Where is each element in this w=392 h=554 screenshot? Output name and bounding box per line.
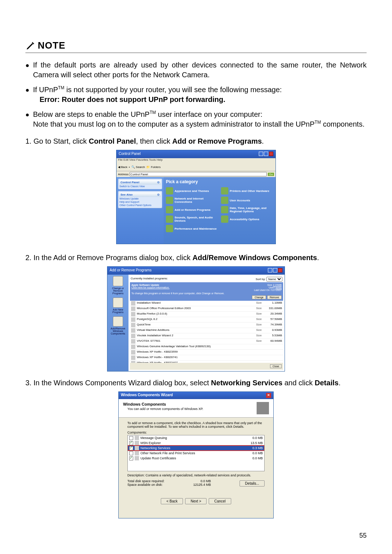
component-item[interactable]: Update Root Certificates0.0 MB xyxy=(128,456,264,461)
checkbox[interactable] xyxy=(129,446,133,450)
pick-category-title: Pick a category xyxy=(166,179,273,184)
component-item[interactable]: Message Queuing0.0 MB xyxy=(128,435,264,440)
toolbar: ◀ Back ▪ 🔍 Search 📁 Folders xyxy=(117,163,275,171)
sortby-select[interactable]: Name xyxy=(266,277,282,282)
category-appearance[interactable]: Appearance and Themes xyxy=(166,187,218,194)
category-sounds[interactable]: Sounds, Speech, and Audio Devices xyxy=(166,216,218,223)
arp-program-list[interactable]: Installation WizardSize1.10MBMicrosoft O… xyxy=(130,301,283,363)
arp-side-windows-components[interactable]: Add/Remove Windows Components xyxy=(108,316,128,335)
category-printers[interactable]: Printers and Other Hardware xyxy=(221,187,273,194)
category-icon xyxy=(166,206,173,213)
address-bar: Address Go xyxy=(117,171,275,177)
note-bullet-2: If UPnPTM is not supported by your route… xyxy=(25,85,367,104)
category-icon xyxy=(166,187,173,194)
arp-main: Currently installed programs: Sort by: N… xyxy=(128,275,285,371)
list-item[interactable]: Vivotek Installation Wizard 2Size5.53MB xyxy=(130,333,283,339)
list-item[interactable]: Virtual Machine AdditionsSize0.93MB xyxy=(130,328,283,333)
component-icon xyxy=(135,446,139,450)
currently-installed-label: Currently installed programs: xyxy=(131,277,168,282)
list-item[interactable]: Microsoft Office Professional Edition 20… xyxy=(130,306,283,312)
note-bullet-3: Below are steps to enable the UPnPTM use… xyxy=(25,110,367,129)
category-icon xyxy=(166,225,173,232)
cancel-button[interactable]: Cancel xyxy=(209,498,231,504)
window-titlebar: Add or Remove Programs xyxy=(107,267,285,275)
arp-side-change-remove[interactable]: Change or Remove Programs xyxy=(108,276,128,295)
details-button[interactable]: Details... xyxy=(240,480,265,487)
checkbox[interactable] xyxy=(129,451,133,455)
minimize-icon[interactable] xyxy=(259,152,263,156)
pencil-icon xyxy=(25,41,36,51)
support-link[interactable]: Click here for support information. xyxy=(131,286,170,289)
component-description: Description: Contains a variety of speci… xyxy=(127,473,265,477)
close-icon[interactable] xyxy=(278,268,282,272)
category-users[interactable]: User Accounts xyxy=(221,197,273,204)
list-item[interactable]: Installation WizardSize1.10MB xyxy=(130,301,283,306)
program-icon xyxy=(131,317,135,322)
close-icon[interactable] xyxy=(269,152,273,156)
change-remove-icon xyxy=(113,276,123,286)
list-item[interactable]: Windows XP Hotfix - KB828741 xyxy=(130,355,283,361)
program-icon xyxy=(131,328,135,333)
program-icon xyxy=(131,334,135,338)
list-item[interactable]: VIVOTEK ST7501Size60.94MB xyxy=(130,339,283,344)
minimize-icon[interactable] xyxy=(268,268,272,272)
category-add-remove[interactable]: Add or Remove Programs xyxy=(166,206,218,213)
arp-selected-program[interactable]: Apple Software UpdateSize 2.15MB Click h… xyxy=(130,282,283,301)
wizard-footer: < Back Next > Cancel xyxy=(119,494,273,509)
wizard-header-subtitle: You can add or remove components of Wind… xyxy=(123,407,257,411)
component-item[interactable]: MSN Explorer13.5 MB xyxy=(128,440,264,446)
sidebar-switch-view[interactable]: Switch to Classic View xyxy=(119,185,161,188)
list-item[interactable]: QuickTimeSize74.39MB xyxy=(130,323,283,328)
back-button[interactable]: ◀ Back xyxy=(118,165,127,169)
note-label: NOTE xyxy=(38,40,65,51)
component-item[interactable]: Networking Services0.3 MB xyxy=(128,446,264,451)
sidebar-item[interactable]: Help and Support xyxy=(119,200,161,204)
menu-bar[interactable]: File Edit View Favorites Tools Help xyxy=(117,158,275,163)
category-accessibility[interactable]: Accessibility Options xyxy=(221,216,273,223)
close-button[interactable]: Close xyxy=(270,364,282,368)
close-icon[interactable]: ✕ xyxy=(266,393,271,398)
note-bullet-1: If the default ports are already used by… xyxy=(25,60,367,80)
category-performance[interactable]: Performance and Maintenance xyxy=(166,225,218,232)
change-button[interactable]: Change xyxy=(252,295,266,299)
windows-components-wizard: Windows Components Wizard ✕ Windows Comp… xyxy=(118,391,274,518)
category-date-time[interactable]: Date, Time, Language, and Regional Optio… xyxy=(221,206,273,213)
checkbox[interactable] xyxy=(129,441,133,445)
list-item[interactable]: PostgreSQL 8.2Size57.50MB xyxy=(130,317,283,323)
note-header: NOTE xyxy=(25,40,367,53)
window-title: Windows Components Wizard xyxy=(121,393,173,398)
window-titlebar: Windows Components Wizard ✕ xyxy=(119,392,273,399)
list-item[interactable]: Windows Genuine Advantage Validation Too… xyxy=(130,344,283,350)
maximize-icon[interactable] xyxy=(264,152,268,156)
checkbox[interactable] xyxy=(129,456,133,460)
maximize-icon[interactable] xyxy=(273,268,277,272)
tm-mark: TM xyxy=(58,85,64,90)
window-controls xyxy=(268,268,282,273)
wizard-header-title: Windows Components xyxy=(123,402,257,406)
component-item[interactable]: Other Network File and Print Services0.0… xyxy=(128,451,264,456)
sidebar-item[interactable]: Windows Update xyxy=(119,197,161,200)
windows-components-icon xyxy=(113,316,123,327)
arp-side-add-new[interactable]: Add New Programs xyxy=(108,297,128,313)
list-item[interactable]: Windows XP Hotfix - KB823559 xyxy=(130,350,283,355)
note-bullet-list: If the default ports are already used by… xyxy=(25,60,367,129)
sidebar-box-title: Control Panel⊙ xyxy=(119,180,161,185)
folders-button[interactable]: 📁 Folders xyxy=(146,165,160,169)
list-item[interactable]: Mozilla Firefox (2.0.0.6)Size20.34MB xyxy=(130,312,283,317)
page-number: 55 xyxy=(359,532,367,539)
back-button[interactable]: < Back xyxy=(161,498,183,504)
next-button[interactable]: Next > xyxy=(185,498,207,504)
remove-button[interactable]: Remove xyxy=(267,295,282,299)
sidebar-item[interactable]: Other Control Panel Options xyxy=(119,204,161,207)
address-input[interactable] xyxy=(130,172,267,176)
wizard-header-icon xyxy=(257,402,269,414)
components-list[interactable]: Message Queuing0.0 MBMSN Explorer13.5 MB… xyxy=(127,435,265,471)
program-icon xyxy=(131,339,135,344)
step-2: 2. In the Add or Remove Programs dialog … xyxy=(25,253,367,263)
component-icon xyxy=(135,441,139,445)
search-button[interactable]: 🔍 Search xyxy=(131,165,145,169)
category-icon xyxy=(221,187,228,194)
go-button[interactable]: Go xyxy=(268,173,274,176)
checkbox[interactable] xyxy=(129,436,133,440)
category-network[interactable]: Network and Internet Connections xyxy=(166,197,218,204)
